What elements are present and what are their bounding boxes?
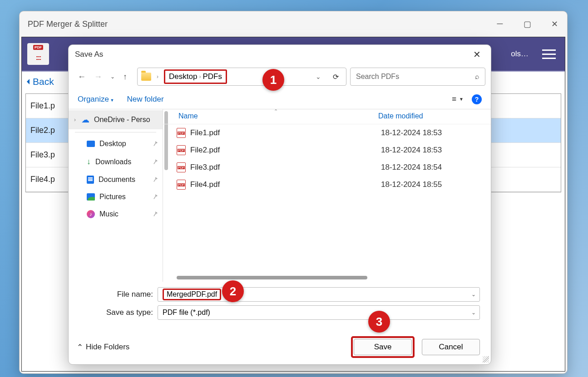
- minimize-button[interactable]: ─: [495, 19, 504, 29]
- chevron-right-icon: ›: [199, 73, 201, 80]
- column-name[interactable]: Name: [178, 112, 378, 120]
- window-controls: ─ ▢ ✕: [495, 19, 559, 29]
- sidebar-item-label: Downloads: [95, 158, 131, 166]
- new-folder-button[interactable]: New folder: [127, 95, 163, 104]
- sidebar: › ☁ OneDrive - Perso Desktop ⤒ ↓ Downloa…: [69, 109, 163, 282]
- breadcrumb-desktop[interactable]: Desktop: [169, 72, 197, 81]
- scrollbar-horizontal[interactable]: [177, 274, 483, 281]
- annotation-3: 3: [368, 311, 390, 333]
- sidebar-item-label: OneDrive - Perso: [94, 116, 150, 124]
- pictures-icon: [87, 193, 95, 201]
- document-icon: [87, 176, 94, 184]
- search-input[interactable]: Search PDFs ⌕: [350, 68, 485, 86]
- pin-icon: ⤒: [151, 192, 159, 201]
- file-name: File2.pdf: [190, 146, 381, 155]
- search-icon: ⌕: [475, 73, 479, 81]
- sidebar-item-label: Pictures: [99, 193, 126, 201]
- filename-value: MergedPDF.pdf: [163, 289, 221, 300]
- dialog-titlebar: Save As ✕: [69, 45, 491, 64]
- file-name: File4.pdf: [190, 180, 381, 189]
- file-entry[interactable]: File4.pdf 18-12-2024 18:55: [177, 176, 491, 193]
- chevron-down-icon[interactable]: ⌄: [471, 291, 476, 298]
- save-button[interactable]: Save: [354, 339, 412, 355]
- cancel-button[interactable]: Cancel: [422, 339, 480, 355]
- nav-arrows: ← → ⌄ ↑: [74, 72, 131, 82]
- filename-label: File name:: [79, 290, 158, 299]
- dialog-form: File name: MergedPDF.pdf ⌄ Save as type:…: [69, 282, 491, 326]
- sort-indicator-icon: ⌃: [274, 108, 278, 114]
- file-name: File1.pdf: [190, 128, 381, 137]
- breadcrumb-pdfs[interactable]: PDFs: [203, 72, 222, 81]
- sidebar-item-label: Documents: [99, 176, 135, 184]
- pin-icon: ⤒: [151, 175, 159, 184]
- app-logo-icon: ::::: [27, 43, 49, 65]
- resize-grip[interactable]: [483, 356, 489, 362]
- file-date: 18-12-2024 18:54: [381, 163, 442, 172]
- search-placeholder: Search PDFs: [356, 73, 399, 81]
- chevron-right-icon: ›: [157, 73, 158, 80]
- music-icon: ♪: [87, 210, 95, 218]
- dialog-body: › ☁ OneDrive - Perso Desktop ⤒ ↓ Downloa…: [69, 109, 491, 282]
- file-name: File3.pdf: [190, 163, 381, 172]
- dialog-footer: ⌃ Hide Folders Save Cancel: [69, 326, 491, 364]
- organize-menu[interactable]: Organize: [78, 95, 114, 104]
- annotation-2: 2: [222, 280, 244, 302]
- help-button[interactable]: ?: [472, 94, 482, 104]
- view-mode-button[interactable]: ≡ ▼: [452, 95, 464, 104]
- file-date: 18-12-2024 18:53: [381, 146, 442, 155]
- chevron-up-icon: ⌃: [77, 343, 83, 352]
- app-title: PDF Merger & Splitter: [28, 20, 108, 29]
- refresh-button[interactable]: ⟳: [329, 73, 342, 81]
- column-headers: ⌃ Name Date modified: [163, 109, 491, 124]
- breadcrumb[interactable]: Desktop › PDFs: [164, 69, 227, 84]
- chevron-down-icon[interactable]: ⌄: [471, 309, 476, 316]
- sidebar-item-pictures[interactable]: Pictures ⤒: [69, 188, 163, 206]
- header-tools-text: ols…: [511, 49, 529, 59]
- nav-back-button[interactable]: ←: [78, 72, 86, 82]
- nav-forward-button[interactable]: →: [94, 72, 102, 82]
- sidebar-item-desktop[interactable]: Desktop ⤒: [69, 135, 163, 152]
- close-button[interactable]: ✕: [550, 19, 559, 29]
- file-date: 18-12-2024 18:55: [381, 180, 442, 189]
- nav-up-button[interactable]: ↑: [123, 72, 127, 82]
- download-icon: ↓: [87, 157, 91, 166]
- dialog-title: Save As: [75, 50, 103, 59]
- maximize-button[interactable]: ▢: [523, 19, 532, 29]
- pin-icon: ⤒: [151, 210, 159, 219]
- sidebar-item-onedrive[interactable]: › ☁ OneDrive - Perso: [69, 110, 163, 129]
- sidebar-item-music[interactable]: ♪ Music ⤒: [69, 206, 163, 223]
- titlebar: PDF Merger & Splitter ─ ▢ ✕: [20, 11, 567, 37]
- pdf-file-icon: [177, 162, 186, 172]
- annotation-1: 1: [262, 69, 284, 91]
- pin-icon: ⤒: [151, 157, 159, 166]
- address-dropdown[interactable]: ⌄: [316, 73, 321, 80]
- hide-folders-label: Hide Folders: [86, 343, 129, 352]
- sidebar-item-downloads[interactable]: ↓ Downloads ⤒: [69, 152, 163, 171]
- desktop-icon: [87, 141, 95, 147]
- menu-button[interactable]: [542, 49, 556, 59]
- saveastype-label: Save as type:: [79, 308, 158, 317]
- file-entry[interactable]: File3.pdf 18-12-2024 18:54: [177, 159, 491, 176]
- file-entry[interactable]: File2.pdf 18-12-2024 18:53: [177, 142, 491, 159]
- scrollbar-vertical[interactable]: [163, 110, 169, 264]
- hide-folders-toggle[interactable]: ⌃ Hide Folders: [77, 343, 129, 352]
- file-panel: ⌃ Name Date modified File1.pdf 18-12-202…: [163, 109, 491, 282]
- dialog-close-button[interactable]: ✕: [469, 47, 484, 62]
- back-label: Back: [33, 76, 54, 87]
- saveastype-value: PDF file (*.pdf): [163, 308, 210, 317]
- pdf-file-icon: [177, 128, 186, 138]
- file-entry[interactable]: File1.pdf 18-12-2024 18:53: [177, 124, 491, 142]
- sidebar-item-label: Music: [99, 210, 119, 218]
- filename-input[interactable]: MergedPDF.pdf ⌄: [158, 287, 480, 302]
- nav-recent-dropdown[interactable]: ⌄: [110, 73, 115, 80]
- pdf-file-icon: [177, 145, 186, 155]
- folder-icon: [141, 73, 151, 81]
- sidebar-item-documents[interactable]: Documents ⤒: [69, 171, 163, 188]
- address-bar[interactable]: › Desktop › PDFs ⌄ ⟳: [137, 68, 346, 86]
- save-as-dialog: Save As ✕ ← → ⌄ ↑ › Desktop › PDFs ⌄ ⟳ S…: [68, 44, 491, 365]
- pdf-file-icon: [177, 180, 186, 190]
- saveastype-select[interactable]: PDF file (*.pdf) ⌄: [158, 305, 480, 320]
- sidebar-item-label: Desktop: [99, 140, 126, 148]
- column-date[interactable]: Date modified: [378, 112, 423, 120]
- separator: [75, 132, 156, 132]
